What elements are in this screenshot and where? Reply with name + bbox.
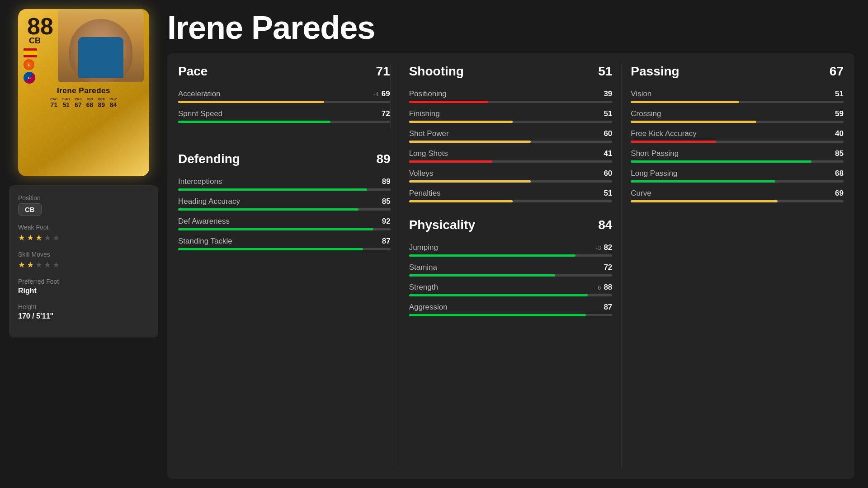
stat-row-stamina: Stamina 72 <box>409 263 613 277</box>
stat-modifier-jumping: -3 <box>596 244 601 251</box>
player-card: 88 CB L B Irene Paredes <box>18 9 149 176</box>
stat-value-interceptions: 89 <box>382 177 391 186</box>
shooting-value: 51 <box>598 64 612 79</box>
position-label: Position <box>18 194 149 202</box>
stat-name-free-kick-accuracy: Free Kick Accuracy <box>631 129 697 138</box>
stat-row-finishing: Finishing 51 <box>409 109 613 123</box>
stat-name-short-passing: Short Passing <box>631 149 679 158</box>
stat-name-crossing: Crossing <box>631 109 661 118</box>
stat-name-finishing: Finishing <box>409 109 440 118</box>
passing-header: Passing 67 <box>631 64 844 82</box>
stat-name-long-shots: Long Shots <box>409 149 448 158</box>
stat-value-short-passing: 85 <box>835 149 844 158</box>
player-photo <box>58 10 144 82</box>
stat-value-penalties: 51 <box>604 189 612 198</box>
preferred-foot-value: Right <box>18 287 149 295</box>
shooting-category: Shooting 51 Positioning 39 Finishing 51 <box>409 64 613 209</box>
stat-row-shot-power: Shot Power 60 <box>409 129 613 143</box>
info-panel: Position CB Weak Foot ★ ★ ★ ★ ★ Skill Mo… <box>9 185 158 338</box>
stat-value-long-shots: 41 <box>604 149 612 158</box>
stat-row-curve: Curve 69 <box>631 189 844 202</box>
stat-name-shot-power: Shot Power <box>409 129 449 138</box>
shooting-header: Shooting 51 <box>409 64 613 82</box>
stat-value-vision: 51 <box>835 89 844 99</box>
stat-value-curve: 69 <box>835 189 844 198</box>
stat-value-crossing: 59 <box>835 109 844 118</box>
stat-row-aggression: Aggression 87 <box>409 303 613 316</box>
stat-row-free-kick-accuracy: Free Kick Accuracy 40 <box>631 129 844 143</box>
stat-name-standing-tackle: Standing Tackle <box>178 237 232 246</box>
weak-foot-stars: ★ ★ ★ ★ ★ <box>18 233 149 243</box>
passing-name: Passing <box>631 64 679 79</box>
stat-row-sprint-speed: Sprint Speed 72 <box>178 109 390 123</box>
stat-name-acceleration: Acceleration <box>178 89 221 99</box>
defending-category: Defending 89 Interceptions 89 Heading Ac… <box>178 152 391 257</box>
stat-name-vision: Vision <box>631 89 651 99</box>
stat-row-short-passing: Short Passing 85 <box>631 149 844 163</box>
weak-foot-label: Weak Foot <box>18 224 149 231</box>
stat-row-penalties: Penalties 51 <box>409 189 613 202</box>
stat-value-shot-power: 60 <box>604 129 612 138</box>
stat-value-volleys: 60 <box>604 169 612 178</box>
preferred-foot-label: Preferred Foot <box>18 278 149 285</box>
skill-moves-label: Skill Moves <box>18 251 149 258</box>
player-title: Irene Paredes <box>167 9 854 46</box>
weak-foot-section: Weak Foot ★ ★ ★ ★ ★ <box>18 224 149 243</box>
pace-header: Pace 71 <box>178 64 390 82</box>
stat-name-aggression: Aggression <box>409 303 448 312</box>
stat-row-def-awareness: Def Awareness 92 <box>178 217 391 230</box>
pace-category: Pace 71 Acceleration -4 69 Sprin <box>178 64 391 129</box>
skill-moves-stars: ★ ★ ★ ★ ★ <box>18 260 149 270</box>
stat-value-aggression: 87 <box>604 303 612 312</box>
passing-category: Passing 67 Vision 51 Crossing 59 Free <box>622 64 844 468</box>
stat-row-standing-tackle: Standing Tackle 87 <box>178 237 391 250</box>
stat-name-def-awareness: Def Awareness <box>178 217 230 226</box>
physicality-value: 84 <box>598 218 612 232</box>
stat-row-crossing: Crossing 59 <box>631 109 844 123</box>
stat-row-interceptions: Interceptions 89 <box>178 177 391 191</box>
preferred-foot-section: Preferred Foot Right <box>18 278 149 295</box>
skill-moves-section: Skill Moves ★ ★ ★ ★ ★ <box>18 251 149 270</box>
stat-name-penalties: Penalties <box>409 189 441 198</box>
stat-value-strength: 88 <box>604 283 612 292</box>
stats-grid: Pace 71 Acceleration -4 69 Sprin <box>167 53 854 479</box>
stat-row-long-passing: Long Passing 68 <box>631 169 844 183</box>
stat-name-long-passing: Long Passing <box>631 169 677 178</box>
stat-name-stamina: Stamina <box>409 263 437 272</box>
stat-row-positioning: Positioning 39 <box>409 89 613 103</box>
height-section: Height 170 / 5'11" <box>18 303 149 320</box>
stat-modifier-acceleration: -4 <box>373 91 379 98</box>
shooting-name: Shooting <box>409 64 464 79</box>
stat-row-vision: Vision 51 <box>631 89 844 103</box>
stat-name-sprint-speed: Sprint Speed <box>178 109 222 118</box>
physicality-category: Physicality 84 Jumping -3 82 Sta <box>409 218 613 323</box>
stat-row-acceleration: Acceleration -4 69 <box>178 89 390 103</box>
stat-name-jumping: Jumping <box>409 243 438 252</box>
stat-row-jumping: Jumping -3 82 <box>409 243 613 257</box>
physicality-name: Physicality <box>409 218 475 232</box>
stat-value-stamina: 72 <box>604 263 612 272</box>
pace-name: Pace <box>178 64 208 79</box>
stat-value-acceleration: 69 <box>382 89 390 99</box>
stat-row-long-shots: Long Shots 41 <box>409 149 613 163</box>
stat-name-positioning: Positioning <box>409 89 447 99</box>
stat-name-interceptions: Interceptions <box>178 177 222 186</box>
stat-value-jumping: 82 <box>604 243 612 252</box>
stat-value-free-kick-accuracy: 40 <box>835 129 844 138</box>
stat-value-def-awareness: 92 <box>382 217 391 226</box>
stat-value-standing-tackle: 87 <box>382 237 391 246</box>
defending-name: Defending <box>178 152 240 166</box>
stat-name-curve: Curve <box>631 189 651 198</box>
stat-value-heading-accuracy: 85 <box>382 197 391 206</box>
stat-value-long-passing: 68 <box>835 169 844 178</box>
stat-modifier-strength: -6 <box>596 284 601 291</box>
stat-name-volleys: Volleys <box>409 169 434 178</box>
stat-value-positioning: 39 <box>604 89 612 99</box>
stat-row-volleys: Volleys 60 <box>409 169 613 183</box>
height-label: Height <box>18 303 149 310</box>
height-value: 170 / 5'11" <box>18 312 149 320</box>
physicality-header: Physicality 84 <box>409 218 613 236</box>
stat-name-strength: Strength <box>409 283 438 292</box>
pace-value: 71 <box>376 64 390 79</box>
right-content: Irene Paredes Pace 71 Acceleration -4 69 <box>167 0 868 488</box>
